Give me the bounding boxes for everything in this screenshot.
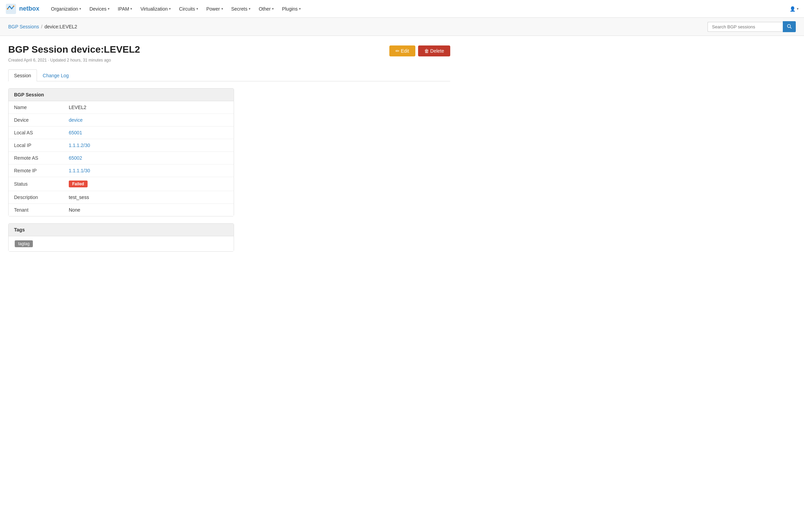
nav-label-ipam: IPAM bbox=[118, 6, 129, 12]
table-row: Local IP 1.1.1.2/30 bbox=[9, 139, 234, 152]
bgp-session-panel-heading: BGP Session bbox=[9, 89, 234, 101]
remote-ip-link[interactable]: 1.1.1.1/30 bbox=[69, 168, 90, 173]
nav-label-organization: Organization bbox=[51, 6, 78, 12]
chevron-down-icon: ▾ bbox=[272, 7, 274, 11]
nav-label-devices: Devices bbox=[89, 6, 106, 12]
chevron-down-icon: ▾ bbox=[196, 7, 198, 11]
nav-label-power: Power bbox=[206, 6, 220, 12]
user-icon: 👤 bbox=[790, 6, 795, 12]
row-label: Device bbox=[9, 114, 63, 127]
nav-item-power[interactable]: Power ▾ bbox=[203, 4, 226, 14]
page-title: BGP Session device:LEVEL2 bbox=[8, 44, 140, 55]
main-content: BGP Session device:LEVEL2 ✏ Edit 🗑 Delet… bbox=[0, 36, 458, 272]
nav-item-plugins[interactable]: Plugins ▾ bbox=[278, 4, 304, 14]
row-value-name: LEVEL2 bbox=[63, 101, 234, 114]
row-label: Tenant bbox=[9, 204, 63, 216]
row-value-status: Failed bbox=[63, 177, 234, 191]
tab-change-log[interactable]: Change Log bbox=[37, 69, 75, 81]
brand-icon bbox=[5, 3, 16, 14]
local-ip-link[interactable]: 1.1.1.2/30 bbox=[69, 143, 90, 148]
title-actions: ✏ Edit 🗑 Delete bbox=[389, 44, 450, 56]
nav-label-other: Other bbox=[259, 6, 271, 12]
bgp-session-panel: BGP Session Name LEVEL2 Device device bbox=[8, 88, 234, 216]
nav-right: 👤 ▾ bbox=[790, 6, 799, 12]
breadcrumb-current: device:LEVEL2 bbox=[44, 24, 77, 29]
nav-item-secrets[interactable]: Secrets ▾ bbox=[228, 4, 254, 14]
chevron-down-icon: ▾ bbox=[79, 7, 81, 11]
row-label: Local AS bbox=[9, 127, 63, 139]
row-value-local-ip: 1.1.1.2/30 bbox=[63, 139, 234, 152]
remote-as-link[interactable]: 65002 bbox=[69, 155, 82, 161]
row-value-local-as: 65001 bbox=[63, 127, 234, 139]
search-input[interactable] bbox=[708, 22, 783, 32]
search-bar bbox=[708, 21, 796, 32]
nav-label-circuits: Circuits bbox=[179, 6, 195, 12]
nav-label-virtualization: Virtualization bbox=[140, 6, 168, 12]
table-row: Tenant None bbox=[9, 204, 234, 216]
nav-item-circuits[interactable]: Circuits ▾ bbox=[176, 4, 202, 14]
tabs: Session Change Log bbox=[8, 69, 450, 81]
nav-menu: Organization ▾ Devices ▾ IPAM ▾ Virtuali… bbox=[48, 4, 790, 14]
tags-panel: Tags tagtag bbox=[8, 223, 234, 252]
tab-session[interactable]: Session bbox=[8, 69, 37, 81]
row-label: Name bbox=[9, 101, 63, 114]
nav-label-plugins: Plugins bbox=[282, 6, 298, 12]
nav-label-secrets: Secrets bbox=[231, 6, 247, 12]
edit-button[interactable]: ✏ Edit bbox=[389, 45, 415, 56]
title-row: BGP Session device:LEVEL2 ✏ Edit 🗑 Delet… bbox=[8, 44, 450, 56]
chevron-down-icon: ▾ bbox=[169, 7, 171, 11]
breadcrumb: BGP Sessions / device:LEVEL2 bbox=[8, 24, 77, 29]
tags-panel-body: tagtag bbox=[9, 236, 234, 251]
local-as-link[interactable]: 65001 bbox=[69, 130, 82, 135]
row-value-tenant: None bbox=[63, 204, 234, 216]
search-button[interactable] bbox=[783, 21, 796, 32]
chevron-down-icon: ▾ bbox=[108, 7, 109, 11]
tag-item: tagtag bbox=[15, 240, 33, 247]
bgp-session-table: Name LEVEL2 Device device Local AS bbox=[9, 101, 234, 216]
breadcrumb-bar: BGP Sessions / device:LEVEL2 bbox=[0, 18, 804, 36]
tags-panel-heading: Tags bbox=[9, 224, 234, 236]
svg-point-1 bbox=[7, 8, 8, 10]
search-icon bbox=[787, 24, 792, 29]
table-row: Device device bbox=[9, 114, 234, 127]
nav-item-virtualization[interactable]: Virtualization ▾ bbox=[137, 4, 174, 14]
row-label: Status bbox=[9, 177, 63, 191]
row-label: Description bbox=[9, 191, 63, 204]
table-row: Local AS 65001 bbox=[9, 127, 234, 139]
nav-item-ipam[interactable]: IPAM ▾ bbox=[114, 4, 135, 14]
chevron-down-icon: ▾ bbox=[299, 7, 301, 11]
nav-item-other[interactable]: Other ▾ bbox=[255, 4, 277, 14]
row-label: Remote AS bbox=[9, 152, 63, 164]
chevron-down-icon: ▾ bbox=[221, 7, 223, 11]
table-row: Status Failed bbox=[9, 177, 234, 191]
user-chevron-icon: ▾ bbox=[797, 7, 799, 11]
navbar: netbox Organization ▾ Devices ▾ IPAM ▾ V… bbox=[0, 0, 804, 18]
chevron-down-icon: ▾ bbox=[130, 7, 132, 11]
nav-item-devices[interactable]: Devices ▾ bbox=[86, 4, 113, 14]
status-badge: Failed bbox=[69, 181, 88, 187]
row-value-remote-ip: 1.1.1.1/30 bbox=[63, 164, 234, 177]
device-link[interactable]: device bbox=[69, 117, 82, 123]
page-meta: Created April 6, 2021 · Updated 2 hours,… bbox=[8, 58, 450, 63]
brand-logo[interactable]: netbox bbox=[5, 3, 39, 14]
bgp-session-panel-body: Name LEVEL2 Device device Local AS bbox=[9, 101, 234, 216]
svg-line-4 bbox=[790, 27, 792, 28]
brand-name: netbox bbox=[19, 5, 39, 12]
breadcrumb-parent-link[interactable]: BGP Sessions bbox=[8, 24, 39, 29]
nav-item-organization[interactable]: Organization ▾ bbox=[48, 4, 85, 14]
table-row: Remote IP 1.1.1.1/30 bbox=[9, 164, 234, 177]
table-row: Name LEVEL2 bbox=[9, 101, 234, 114]
table-row: Description test_sess bbox=[9, 191, 234, 204]
svg-point-2 bbox=[13, 5, 14, 7]
row-value-device: device bbox=[63, 114, 234, 127]
row-value-remote-as: 65002 bbox=[63, 152, 234, 164]
row-value-description: test_sess bbox=[63, 191, 234, 204]
row-label: Local IP bbox=[9, 139, 63, 152]
chevron-down-icon: ▾ bbox=[249, 7, 250, 11]
row-label: Remote IP bbox=[9, 164, 63, 177]
user-menu[interactable]: 👤 ▾ bbox=[790, 6, 799, 12]
breadcrumb-separator: / bbox=[41, 24, 42, 29]
table-row: Remote AS 65002 bbox=[9, 152, 234, 164]
delete-button[interactable]: 🗑 Delete bbox=[418, 45, 450, 56]
